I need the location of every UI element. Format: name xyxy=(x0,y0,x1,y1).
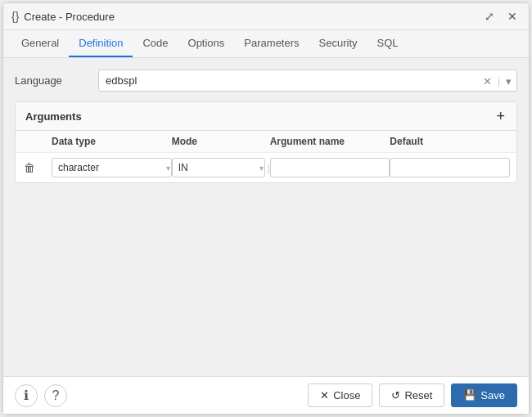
language-input[interactable] xyxy=(98,70,517,92)
window-close-button[interactable]: ✕ xyxy=(504,8,521,25)
col-delete xyxy=(22,136,52,147)
footer-right: ✕ Close ↺ Reset 💾 Save xyxy=(308,383,517,407)
language-row: Language ✕ | ▾ xyxy=(15,70,517,92)
col-argname: Argument name xyxy=(270,136,390,147)
language-input-actions: ✕ | ▾ xyxy=(480,74,514,87)
language-clear-button[interactable]: ✕ xyxy=(480,74,494,87)
title-bar: {} Create - Procedure ⤢ ✕ xyxy=(3,3,529,30)
arguments-header: Arguments + xyxy=(16,102,516,131)
datatype-select[interactable]: character xyxy=(52,158,172,177)
tab-sql[interactable]: SQL xyxy=(367,30,408,57)
save-button[interactable]: 💾 Save xyxy=(451,383,517,407)
main-content: Language ✕ | ▾ Arguments + Data type Mod… xyxy=(3,58,529,376)
col-mode: Mode xyxy=(172,136,270,147)
title-bar-left: {} Create - Procedure xyxy=(11,10,115,23)
datatype-cell: character ▾ xyxy=(52,158,172,177)
mode-cell: IN ▾ | xyxy=(172,158,270,177)
save-label: Save xyxy=(480,389,505,401)
title-bar-right: ⤢ ✕ xyxy=(481,8,521,25)
close-icon: ✕ xyxy=(320,389,329,401)
default-input[interactable] xyxy=(390,158,510,177)
footer-left: ℹ ? xyxy=(15,384,67,407)
tab-options[interactable]: Options xyxy=(178,30,235,57)
tab-security[interactable]: Security xyxy=(309,30,367,57)
default-cell xyxy=(390,158,510,177)
window-title: Create - Procedure xyxy=(24,11,115,23)
help-button[interactable]: ? xyxy=(44,384,67,407)
tab-parameters[interactable]: Parameters xyxy=(234,30,309,57)
arguments-section: Arguments + Data type Mode Argument name… xyxy=(15,101,517,183)
mode-select-wrap: IN ▾ xyxy=(172,158,266,177)
add-argument-button[interactable]: + xyxy=(494,109,507,123)
argname-cell xyxy=(270,158,390,177)
table-row: 🗑 character ▾ IN ▾ xyxy=(16,153,516,182)
argument-name-input[interactable] xyxy=(270,158,390,177)
arguments-title: Arguments xyxy=(25,110,82,123)
reset-button[interactable]: ↺ Reset xyxy=(379,383,444,407)
mode-select[interactable]: IN xyxy=(172,158,266,177)
tab-general[interactable]: General xyxy=(11,30,69,57)
footer: ℹ ? ✕ Close ↺ Reset 💾 Save xyxy=(3,376,529,414)
language-input-wrap: ✕ | ▾ xyxy=(98,70,517,92)
save-icon: 💾 xyxy=(463,389,476,401)
input-divider: | xyxy=(498,75,500,87)
close-button[interactable]: ✕ Close xyxy=(308,383,372,407)
procedure-icon: {} xyxy=(11,10,19,23)
language-dropdown-button[interactable]: ▾ xyxy=(503,74,514,87)
tab-definition[interactable]: Definition xyxy=(69,30,133,57)
col-datatype: Data type xyxy=(52,136,172,147)
main-window: {} Create - Procedure ⤢ ✕ General Defini… xyxy=(2,2,530,415)
reset-icon: ↺ xyxy=(391,389,400,401)
info-button[interactable]: ℹ xyxy=(15,384,38,407)
delete-cell: 🗑 xyxy=(22,159,52,176)
reset-label: Reset xyxy=(404,389,432,401)
col-default: Default xyxy=(390,136,510,147)
arguments-table-header: Data type Mode Argument name Default xyxy=(16,131,516,153)
tabs-bar: General Definition Code Options Paramete… xyxy=(3,30,529,58)
delete-row-button[interactable]: 🗑 xyxy=(22,159,37,176)
expand-button[interactable]: ⤢ xyxy=(481,8,498,25)
language-label: Language xyxy=(15,74,88,87)
close-label: Close xyxy=(333,389,360,401)
tab-code[interactable]: Code xyxy=(133,30,178,57)
